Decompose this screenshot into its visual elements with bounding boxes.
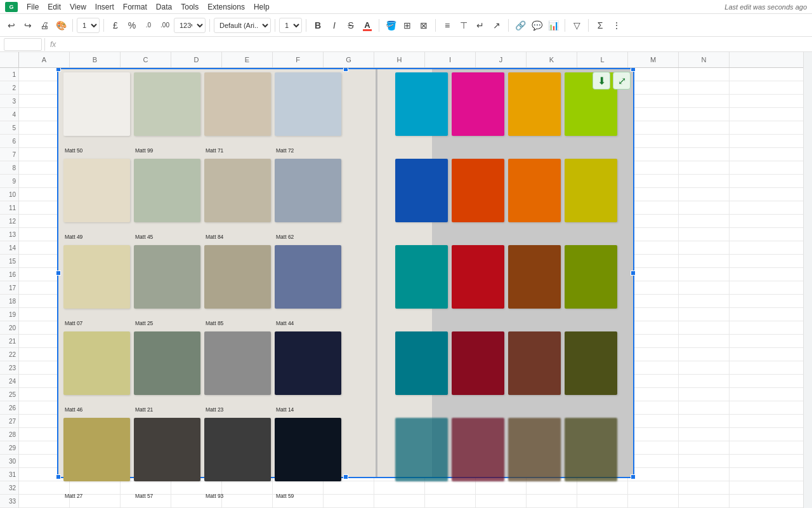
grid-cell[interactable] <box>628 255 679 267</box>
grid-cell[interactable] <box>19 495 70 507</box>
resize-handle-bl[interactable] <box>56 474 61 479</box>
font-select[interactable]: Default (Ari... <box>214 18 271 33</box>
wrap-button[interactable]: ↵ <box>473 18 488 33</box>
grid-cell[interactable] <box>222 495 273 507</box>
menu-file[interactable]: File <box>23 1 43 13</box>
grid-cell[interactable] <box>679 268 730 281</box>
currency-button[interactable]: £ <box>108 18 123 33</box>
grid-cell[interactable] <box>628 108 679 121</box>
grid-cell[interactable] <box>679 68 730 81</box>
grid-cell[interactable] <box>628 188 679 201</box>
resize-handle-ml[interactable] <box>56 271 61 276</box>
grid-cell[interactable] <box>679 495 730 507</box>
comment-button[interactable]: 💬 <box>529 18 544 33</box>
decimal-decrease-button[interactable]: .0 <box>141 18 156 33</box>
grid-cell[interactable] <box>577 495 628 507</box>
grid-cell[interactable] <box>628 308 679 321</box>
grid-cell[interactable] <box>679 188 730 201</box>
grid-cell[interactable] <box>628 281 679 294</box>
resize-handle-tl[interactable] <box>56 68 61 72</box>
grid-cell[interactable] <box>628 481 679 494</box>
grid-cell[interactable] <box>628 201 679 214</box>
more-options-button[interactable]: ⋮ <box>609 18 624 33</box>
menu-format[interactable]: Format <box>119 1 151 13</box>
grid-cell[interactable] <box>679 175 730 187</box>
grid-cell[interactable] <box>679 108 730 121</box>
grid-cell[interactable] <box>628 335 679 347</box>
formula-input[interactable] <box>61 38 808 51</box>
grid-cell[interactable] <box>628 148 679 161</box>
grid-cell[interactable] <box>679 148 730 161</box>
grid-cell[interactable] <box>628 228 679 241</box>
grid-cell[interactable] <box>628 95 679 107</box>
grid-cell[interactable] <box>324 495 374 507</box>
percent-button[interactable]: % <box>124 18 140 33</box>
grid-cell[interactable] <box>628 268 679 281</box>
grid-cell[interactable] <box>679 95 730 107</box>
grid-cell[interactable] <box>628 295 679 307</box>
grid-cell[interactable] <box>679 228 730 241</box>
grid-cell[interactable] <box>679 481 730 494</box>
grid-cell[interactable] <box>679 201 730 214</box>
italic-button[interactable]: I <box>327 18 342 33</box>
paint-format-button[interactable]: 🎨 <box>53 18 69 33</box>
grid-cell[interactable] <box>679 428 730 441</box>
number-format-select[interactable]: 123▾ <box>174 18 206 33</box>
grid-cell[interactable] <box>679 215 730 227</box>
grid-cell[interactable] <box>628 415 679 427</box>
bold-button[interactable]: B <box>310 18 325 33</box>
grid-cell[interactable] <box>628 321 679 334</box>
embedded-image[interactable]: ⬇ ⤢ Matt 50 <box>57 68 634 478</box>
grid-cell[interactable] <box>628 428 679 441</box>
align-v-button[interactable]: ⊤ <box>456 18 471 33</box>
grid-cell[interactable] <box>628 68 679 81</box>
grid-cell[interactable] <box>628 441 679 454</box>
grid-cell[interactable] <box>628 175 679 187</box>
grid-cell[interactable] <box>628 495 679 507</box>
resize-handle-br[interactable] <box>631 474 636 479</box>
menu-view[interactable]: View <box>66 1 90 13</box>
grid-cell[interactable] <box>628 468 679 481</box>
grid-cell[interactable] <box>628 121 679 134</box>
decimal-increase-button[interactable]: .00 <box>157 18 173 33</box>
grid-cell[interactable] <box>527 495 577 507</box>
redo-button[interactable]: ↪ <box>20 18 36 33</box>
align-h-button[interactable]: ≡ <box>440 18 455 33</box>
grid-cell[interactable] <box>628 455 679 467</box>
grid-cell[interactable] <box>679 281 730 294</box>
menu-help[interactable]: Help <box>250 1 273 13</box>
merge-button[interactable]: ⊠ <box>416 18 431 33</box>
grid-cell[interactable] <box>19 481 70 494</box>
fullscreen-image-button[interactable]: ⤢ <box>613 72 631 90</box>
grid-cell[interactable] <box>628 135 679 147</box>
grid-cell[interactable] <box>679 348 730 361</box>
grid-cell[interactable] <box>679 468 730 481</box>
grid-cell[interactable] <box>628 401 679 414</box>
menu-insert[interactable]: Insert <box>91 1 118 13</box>
grid-cell[interactable] <box>628 215 679 227</box>
resize-handle-mr[interactable] <box>631 271 636 276</box>
grid-cell[interactable] <box>425 495 476 507</box>
grid-cell[interactable] <box>679 375 730 387</box>
grid-cell[interactable] <box>679 388 730 401</box>
grid-cell[interactable] <box>679 401 730 414</box>
grid-cell[interactable] <box>679 255 730 267</box>
zoom-select[interactable]: 100% 75% 150% <box>77 18 100 33</box>
grid-cell[interactable] <box>679 81 730 94</box>
grid-cell[interactable] <box>679 135 730 147</box>
grid-cell[interactable] <box>679 308 730 321</box>
menu-tools[interactable]: Tools <box>177 1 202 13</box>
grid-cell[interactable] <box>679 295 730 307</box>
vertical-scrollbar[interactable] <box>803 52 812 508</box>
grid-cell[interactable] <box>679 335 730 347</box>
filter-button[interactable]: ▽ <box>569 18 584 33</box>
font-size-select[interactable]: 10 8 12 <box>279 18 302 33</box>
download-image-button[interactable]: ⬇ <box>593 72 610 90</box>
grid-cell[interactable] <box>628 361 679 374</box>
grid-cell[interactable] <box>374 495 425 507</box>
menu-edit[interactable]: Edit <box>44 1 65 13</box>
grid-cell[interactable] <box>628 348 679 361</box>
resize-handle-tr[interactable] <box>631 68 636 72</box>
grid-cell[interactable] <box>628 241 679 254</box>
undo-button[interactable]: ↩ <box>4 18 19 33</box>
